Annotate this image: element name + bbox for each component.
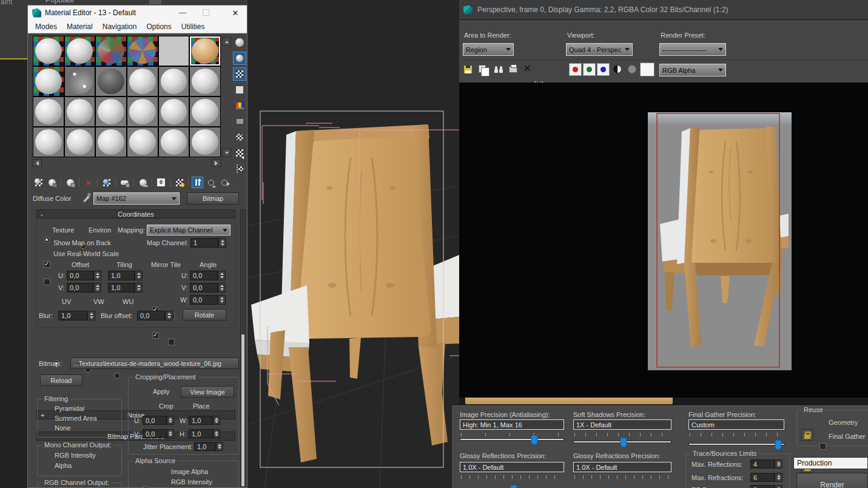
scroll-up-button[interactable]	[222, 37, 231, 46]
show-map-on-back-checkbox[interactable]	[44, 261, 50, 268]
material-sample-slot[interactable]	[190, 67, 220, 96]
blue-channel-icon[interactable]	[597, 63, 610, 76]
crop-u-spinner[interactable]	[167, 416, 174, 425]
material-sample-slot[interactable]	[33, 97, 64, 126]
video-color-check-icon[interactable]	[233, 99, 246, 112]
bitmap-path-button[interactable]: ...Texturas\texturas-de-madera_wood-text…	[70, 358, 239, 369]
blur-offset-field[interactable]: 0,0	[137, 311, 165, 320]
menu-utilities[interactable]: Utilities	[181, 22, 205, 31]
v-mirror-checkbox[interactable]	[152, 332, 159, 339]
go-to-parent-icon[interactable]	[192, 177, 203, 188]
scroll-right-button[interactable]	[212, 159, 221, 167]
blur-field[interactable]: 1,0	[58, 311, 87, 320]
sample-type-sphere-icon[interactable]	[233, 36, 246, 49]
material-id-channel-icon[interactable]: 0	[155, 177, 167, 188]
glossy-refractions-field[interactable]: 1.0X - Default	[573, 462, 671, 472]
material-sample-slot[interactable]	[65, 36, 95, 66]
map-channel-spinner[interactable]	[218, 238, 226, 248]
scroll-down-button[interactable]	[222, 148, 231, 157]
view-image-button[interactable]: View Image	[181, 386, 234, 398]
u-tiling-spinner[interactable]	[135, 271, 143, 280]
max-reflections-spinner[interactable]	[775, 459, 782, 469]
coordinates-rollout-header[interactable]: -Coordinates	[36, 209, 235, 219]
scroll-left-button[interactable]	[33, 159, 42, 167]
wu-radio[interactable]	[114, 373, 120, 379]
menu-navigation[interactable]: Navigation	[103, 22, 137, 31]
material-sample-slot[interactable]	[190, 127, 220, 157]
red-channel-icon[interactable]	[569, 63, 582, 76]
v-offset-field[interactable]: 0,0	[67, 283, 93, 293]
material-sample-slot[interactable]	[159, 97, 189, 126]
scrollbar-thumb[interactable]	[241, 334, 244, 486]
final-gather-field[interactable]: Custom	[688, 419, 784, 430]
put-to-library-icon[interactable]	[137, 177, 149, 188]
assign-material-to-selection-icon[interactable]	[64, 177, 76, 188]
image-precision-slider[interactable]	[460, 438, 564, 441]
v-offset-spinner[interactable]	[93, 283, 101, 293]
show-shaded-material-in-viewport-icon[interactable]	[173, 177, 185, 188]
area-to-render-dropdown[interactable]: Region	[463, 43, 514, 56]
v-angle-field[interactable]: 0,0	[190, 283, 218, 293]
material-editor-titlebar[interactable]: Material Editor - 13 - Default — ✕	[28, 5, 247, 20]
copy-image-icon[interactable]	[479, 65, 486, 73]
use-real-world-scale-checkbox[interactable]	[44, 279, 50, 285]
reuse-geometry-lock-icon[interactable]	[801, 429, 813, 441]
maximize-button[interactable]	[203, 9, 209, 16]
make-material-copy-icon[interactable]	[101, 177, 112, 188]
texture-radio[interactable]	[44, 237, 50, 243]
w-angle-field[interactable]: 0,0	[190, 295, 218, 305]
soft-shadows-slider[interactable]	[573, 441, 671, 443]
material-sample-slot[interactable]	[96, 67, 126, 96]
blur-spinner[interactable]	[87, 311, 95, 320]
reuse-geometry-checkbox[interactable]	[819, 443, 826, 450]
viewport-3d[interactable]	[247, 0, 459, 488]
u-tiling-field[interactable]: 1,0	[108, 271, 135, 280]
reset-map-icon[interactable]: ×	[82, 177, 94, 188]
clone-window-icon[interactable]	[494, 66, 503, 73]
fg-bounces-field[interactable]: 2	[750, 485, 775, 488]
material-sample-slot[interactable]	[127, 97, 158, 126]
material-sample-slot[interactable]	[190, 97, 220, 126]
jitter-field[interactable]: 1,0	[194, 442, 216, 451]
viewport-dropdown[interactable]: Quad 4 - Perspec	[566, 43, 633, 56]
jitter-spinner[interactable]	[216, 442, 223, 451]
v-tiling-spinner[interactable]	[135, 283, 143, 293]
reload-button[interactable]: Reload	[40, 374, 82, 386]
material-sample-slot[interactable]	[190, 36, 220, 66]
material-sample-slot[interactable]	[127, 67, 158, 96]
max-refractions-spinner[interactable]	[775, 473, 782, 482]
alpha-channel-icon[interactable]	[628, 65, 636, 73]
sample-uv-tiling-icon[interactable]	[233, 83, 246, 97]
make-preview-icon[interactable]	[233, 115, 246, 128]
u-angle-field[interactable]: 0,0	[190, 271, 218, 280]
material-editor-options-icon[interactable]	[233, 130, 246, 144]
max-reflections-field[interactable]: 4	[750, 459, 775, 469]
crop-v-field[interactable]: 0,0	[143, 429, 167, 438]
u-offset-field[interactable]: 0,0	[67, 271, 93, 280]
material-sample-slot[interactable]	[33, 36, 64, 66]
ribbon-tab-populate[interactable]: Populate	[45, 0, 74, 4]
material-sample-slot[interactable]	[65, 97, 95, 126]
material-sample-slot[interactable]	[127, 36, 158, 66]
crop-h-field[interactable]: 1,0	[189, 429, 213, 438]
make-unique-icon[interactable]	[119, 177, 130, 188]
material-sample-slot[interactable]	[65, 67, 95, 96]
backlight-icon[interactable]	[233, 52, 246, 65]
channel-display-dropdown[interactable]: RGB Alpha	[659, 64, 726, 76]
monochrome-icon[interactable]	[613, 65, 622, 73]
rfw-titlebar[interactable]: Perspective, frame 0, Display Gamma: 2,2…	[459, 0, 868, 20]
mapping-dropdown[interactable]: Explicit Map Channel	[147, 225, 230, 236]
blur-offset-spinner[interactable]	[165, 311, 173, 320]
material-sample-slot[interactable]	[96, 36, 126, 66]
final-gather-slider[interactable]	[688, 443, 784, 446]
render-preset-dropdown[interactable]: --------------------	[659, 43, 726, 56]
v-tiling-field[interactable]: 1,0	[108, 283, 135, 293]
background-color-swatch[interactable]	[640, 63, 654, 76]
crop-w-spinner[interactable]	[213, 416, 220, 425]
clear-image-icon[interactable]: ✕	[523, 63, 531, 74]
green-channel-icon[interactable]	[583, 63, 596, 76]
menu-modes[interactable]: Modes	[35, 22, 57, 31]
crop-h-spinner[interactable]	[213, 429, 220, 438]
menu-options[interactable]: Options	[146, 22, 171, 31]
menu-material[interactable]: Material	[67, 22, 93, 31]
